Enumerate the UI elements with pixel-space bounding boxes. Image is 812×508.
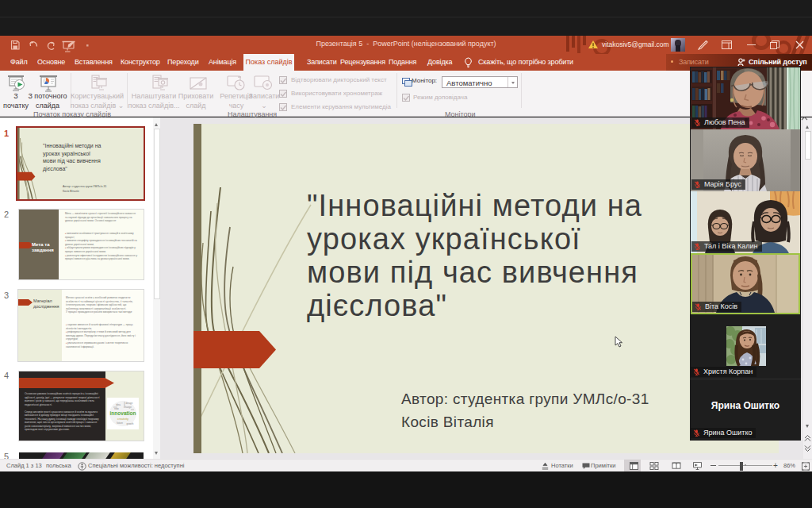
svg-text:growth: growth — [126, 422, 133, 425]
svg-text:change: change — [124, 406, 132, 409]
svg-text:new: new — [114, 407, 119, 410]
svg-text:innovation: innovation — [110, 410, 136, 416]
svg-text:creativity: creativity — [117, 418, 128, 421]
svg-text:design: design — [126, 402, 133, 405]
svg-text:future: future — [117, 421, 123, 425]
svg-text:idea: idea — [116, 403, 121, 406]
